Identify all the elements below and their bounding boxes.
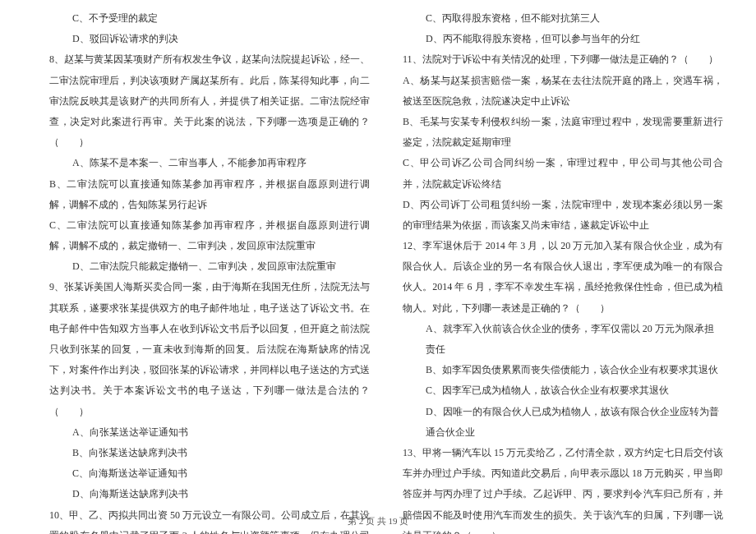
q8-stem: 8、赵某与黄某因某项财产所有权发生争议，赵某向法院提起诉讼，经一、二审法院审理后… <box>49 49 370 153</box>
q7-option-d: D、驳回诉讼请求的判决 <box>49 29 370 49</box>
q12-stem: 12、李军退休后于 2014 年 3 月，以 20 万元加入某有限合伙企业，成为… <box>403 236 723 319</box>
q10-option-d: D、丙不能取得股东资格，但可以参与当年的分红 <box>403 29 723 49</box>
q11-stem: 11、法院对于诉讼中有关情况的处理，下列哪一做法是正确的？（ ） <box>403 49 723 70</box>
q11-option-a: A、杨某与赵某损害赔偿一案，杨某在去往法院开庭的路上，突遇车祸，被送至医院急救，… <box>403 71 723 112</box>
page-footer: 第 2 页 共 19 页 <box>0 515 756 527</box>
page-content: C、不予受理的裁定 D、驳回诉讼请求的判决 8、赵某与黄某因某项财产所有权发生争… <box>0 0 756 534</box>
q12-option-a: A、就李军入伙前该合伙企业的债务，李军仅需以 20 万元为限承担责任 <box>403 319 723 360</box>
q8-option-c: C、二审法院可以直接通知陈某参加再审程序，并根据自愿原则进行调解，调解不成的，裁… <box>49 215 370 256</box>
left-column: C、不予受理的裁定 D、驳回诉讼请求的判决 8、赵某与黄某因某项财产所有权发生争… <box>49 8 370 534</box>
right-column: C、丙取得股东资格，但不能对抗第三人 D、丙不能取得股东资格，但可以参与当年的分… <box>403 8 723 534</box>
q8-option-d: D、二审法院只能裁定撤销一、二审判决，发回原审法院重审 <box>49 256 370 277</box>
q12-option-d: D、因唯一的有限合伙人已成为植物人，故该有限合伙企业应转为普通合伙企业 <box>403 402 723 443</box>
q10-option-c: C、丙取得股东资格，但不能对抗第三人 <box>403 8 723 29</box>
q9-option-b: B、向张某送达缺席判决书 <box>49 443 370 463</box>
q9-option-d: D、向海斯送达缺席判决书 <box>49 484 370 504</box>
q8-option-a: A、陈某不是本案一、二审当事人，不能参加再审程序 <box>49 153 370 173</box>
q11-option-d: D、丙公司诉丁公司租赁纠纷一案，法院审理中，发现本案必须以另一案的审理结果为依据… <box>403 195 723 236</box>
q8-option-b: B、二审法院可以直接通知陈某参加再审程序，并根据自愿原则进行调解，调解不成的，告… <box>49 174 370 215</box>
q12-option-c: C、因李军已成为植物人，故该合伙企业有权要求其退伙 <box>403 380 723 401</box>
q7-option-c: C、不予受理的裁定 <box>49 8 370 29</box>
q9-option-a: A、向张某送达举证通知书 <box>49 422 370 443</box>
q11-option-c: C、甲公司诉乙公司合同纠纷一案，审理过程中，甲公司与其他公司合并，法院裁定诉讼终… <box>403 153 723 194</box>
q12-option-b: B、如李军因负债累累而丧失偿债能力，该合伙企业有权要求其退伙 <box>403 360 723 380</box>
q9-option-c: C、向海斯送达举证通知书 <box>49 463 370 484</box>
q9-stem: 9、张某诉美国人海斯买卖合同一案，由于海斯在我国无住所，法院无法与其联系，遂要求… <box>49 277 370 421</box>
q11-option-b: B、毛某与安某专利侵权纠纷一案，法庭审理过程中，发现需要重新进行鉴定，法院裁定延… <box>403 112 723 153</box>
